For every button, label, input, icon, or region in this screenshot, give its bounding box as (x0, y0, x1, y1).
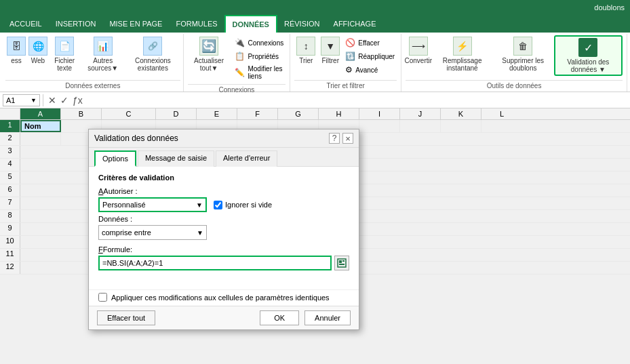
trier-small-btns: 🚫 Effacer 🔃 Réappliquer ⚙ Avancé (343, 35, 397, 77)
formule-picker-btn[interactable] (334, 256, 349, 270)
ignorer-vide-checkbox-label[interactable]: Ignorer si vide (214, 201, 272, 209)
btn-filtrer-label: Filtrer (321, 57, 339, 64)
col-header-d: D (156, 108, 197, 119)
btn-filtrer[interactable]: ▼ Filtrer (319, 35, 342, 66)
supprimer-doublons-icon: 🗑 (513, 37, 532, 56)
fichier-texte-icon: 📄 (55, 37, 74, 56)
ribbon-group-content: 🗄 ess 🌐 Web 📄 Fichier texte 📊 Autres sou… (5, 34, 180, 80)
btn-convertir-label: Convertir (405, 57, 433, 64)
btn-web[interactable]: 🌐 Web (28, 35, 47, 66)
btn-connexions[interactable]: 🔌 Connexions (233, 37, 286, 49)
btn-supprimer-doublons[interactable]: 🗑 Supprimer les doublons (494, 35, 553, 73)
autoriser-label: AAutoriser : (98, 187, 349, 195)
formula-bar: A1 ▼ ✕ ✓ ƒx (0, 92, 630, 108)
col-header-b: B (61, 108, 102, 119)
confirm-formula-icon[interactable]: ✓ (60, 95, 68, 106)
btn-modifier-liens[interactable]: ✏️ Modifier les liens (233, 64, 286, 81)
dialog-help-btn[interactable]: ? (329, 133, 340, 144)
btn-avance[interactable]: ⚙ Avancé (343, 64, 397, 76)
dialog-title-bar: Validation des données ? × (89, 129, 359, 148)
name-box[interactable]: A1 ▼ (3, 94, 40, 106)
row-header-spacer (0, 108, 20, 119)
tab-donnees[interactable]: DONNÉES (224, 15, 277, 33)
tab-revision[interactable]: RÉVISION (277, 15, 327, 33)
formula-input[interactable] (85, 96, 627, 104)
insert-function-icon[interactable]: ƒx (73, 95, 83, 106)
dialog-tab-message-label: Message de saisie (145, 154, 207, 162)
autoriser-select-arrow: ▼ (196, 201, 203, 209)
tab-affichage[interactable]: AFFICHAGE (327, 15, 383, 33)
apply-checkbox[interactable] (98, 293, 107, 302)
donnees-section: Données : comprise entre ▼ (98, 215, 349, 240)
apply-checkbox-label[interactable]: Appliquer ces modifications aux cellules… (98, 293, 349, 302)
ignorer-vide-checkbox[interactable] (214, 201, 222, 209)
btn-effacer[interactable]: 🚫 Effacer (343, 37, 397, 49)
btn-remplissage[interactable]: ⚡ Remplissage instantané (432, 35, 492, 73)
effacer-tout-btn[interactable]: Effacer tout (97, 310, 155, 325)
access-icon: 🗄 (7, 37, 26, 56)
name-box-arrow: ▼ (31, 97, 37, 104)
cell-a2[interactable] (20, 133, 61, 145)
trier-icon: ↕ (296, 37, 315, 56)
cell-l1[interactable] (481, 120, 522, 132)
row-num-6: 6 (0, 184, 20, 197)
btn-fichier-texte-label: Fichier texte (51, 57, 78, 72)
formule-picker-icon (337, 258, 347, 268)
cancel-btn[interactable]: Annuler (304, 310, 351, 325)
ribbon-body: 🗄 ess 🌐 Web 📄 Fichier texte 📊 Autres sou… (0, 33, 630, 92)
btn-reappliquer[interactable]: 🔃 Réappliquer (343, 50, 397, 62)
ribbon-group-outils: ⟶ Convertir ⚡ Remplissage instantané 🗑 S… (401, 34, 627, 92)
ribbon-group-label-outils: Outils de données (406, 80, 623, 92)
tab-mise-en-page[interactable]: MISE EN PAGE (102, 15, 169, 33)
row-num-7: 7 (0, 197, 20, 209)
btn-fichier-texte[interactable]: 📄 Fichier texte (49, 35, 80, 73)
cell-k1[interactable] (441, 120, 481, 132)
btn-access[interactable]: 🗄 ess (5, 35, 27, 66)
dialog-close-btn[interactable]: × (342, 133, 353, 144)
validation-dialog: Validation des données ? × Options Messa… (88, 129, 359, 330)
dialog-tab-options[interactable]: Options (94, 150, 136, 167)
cell-a1[interactable]: Nom (20, 120, 61, 132)
col-headers: A B C D E F G H I J K L (0, 108, 630, 120)
actualiser-icon: 🔄 (199, 37, 218, 56)
btn-reappliquer-label: Réappliquer (358, 53, 395, 60)
tab-accueil[interactable]: ACCUEIL (3, 15, 49, 33)
cancel-formula-icon[interactable]: ✕ (48, 95, 56, 106)
svg-rect-1 (339, 260, 342, 263)
tab-formules[interactable]: FORMULES (169, 15, 224, 33)
ok-btn[interactable]: OK (260, 310, 299, 325)
top-bar: doublons (0, 0, 630, 15)
dialog-tab-message[interactable]: Message de saisie (138, 150, 214, 167)
btn-connexions-existantes[interactable]: 🔗 Connexions existantes (125, 35, 180, 73)
ribbon-group-donnees-externes: 🗄 ess 🌐 Web 📄 Fichier texte 📊 Autres sou… (3, 34, 184, 92)
col-header-h: H (319, 108, 359, 119)
connexions-existantes-icon: 🔗 (143, 37, 162, 56)
formule-label: FFormule: (98, 245, 349, 254)
section-criteres-label: Critères de validation (98, 174, 349, 182)
btn-convertir[interactable]: ⟶ Convertir (406, 35, 431, 66)
proprietes-icon: 📋 (235, 52, 245, 61)
formule-input[interactable] (98, 256, 332, 270)
btn-trier[interactable]: ↕ Trier (294, 35, 317, 66)
dialog-buttons: Effacer tout OK Annuler (89, 306, 359, 329)
autoriser-select-value: Personnalisé (102, 201, 146, 209)
cell-i1[interactable] (359, 120, 400, 132)
dialog-tab-options-label: Options (102, 155, 128, 163)
btn-proprietes[interactable]: 📋 Propriétés (233, 50, 286, 62)
dialog-tab-alerte[interactable]: Alerte d'erreur (216, 150, 277, 167)
formula-bar-sep (43, 94, 43, 106)
tab-insertion[interactable]: INSERTION (49, 15, 103, 33)
btn-validation-donnees[interactable]: ✓ Validation des données ▼ (554, 35, 623, 76)
col-header-l: L (481, 108, 522, 119)
btn-supprimer-doublons-label: Supprimer les doublons (496, 57, 551, 72)
formule-label-rest: Formule: (103, 245, 132, 254)
btn-autres-sources[interactable]: 📊 Autres sources▼ (81, 35, 124, 73)
ribbon-tabs: ACCUEIL INSERTION MISE EN PAGE FORMULES … (0, 15, 630, 33)
donnees-select[interactable]: comprise entre ▼ (98, 225, 207, 240)
cell-j1[interactable] (400, 120, 441, 132)
username-label: doublons (594, 3, 625, 12)
autoriser-row: Personnalisé ▼ Ignorer si vide (98, 197, 349, 212)
autoriser-select[interactable]: Personnalisé ▼ (98, 197, 207, 212)
ribbon-connexions-content: 🔄 Actualiser tout▼ 🔌 Connexions 📋 Propri… (188, 34, 286, 84)
btn-actualiser[interactable]: 🔄 Actualiser tout▼ (188, 35, 231, 73)
